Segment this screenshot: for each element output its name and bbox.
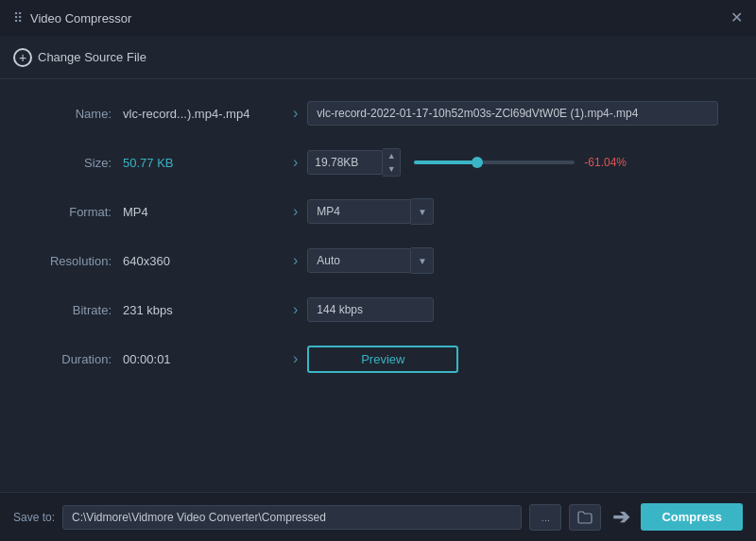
main-content: Name: vlc-record...).mp4-.mp4 › vlc-reco… — [0, 79, 756, 492]
name-source-value: vlc-record...).mp4-.mp4 — [123, 107, 284, 121]
save-path-input[interactable] — [62, 505, 522, 530]
window-title: Video Compressor — [30, 11, 131, 25]
size-slider-wrap: -61.04% — [414, 156, 718, 169]
duration-source-value: 00:00:01 — [123, 352, 284, 366]
duration-label: Duration: — [38, 352, 123, 366]
size-slider-fill — [414, 161, 476, 164]
name-row: Name: vlc-record...).mp4-.mp4 › vlc-reco… — [38, 98, 718, 128]
bitrate-source-value: 231 kbps — [123, 303, 284, 317]
resolution-row: Resolution: 640x360 › Auto ▼ — [38, 245, 718, 276]
format-arrow-icon: › — [293, 203, 298, 220]
format-dropdown-button[interactable]: ▼ — [411, 198, 434, 225]
preview-button[interactable]: Preview — [307, 346, 458, 373]
resolution-dropdown-value[interactable]: Auto — [307, 248, 411, 273]
resolution-dropdown-wrap: Auto ▼ — [307, 247, 434, 274]
format-dropdown-value[interactable]: MP4 — [307, 199, 411, 224]
save-to-label: Save to: — [13, 511, 55, 524]
size-input[interactable] — [307, 150, 383, 175]
resolution-arrow-icon: › — [293, 252, 298, 269]
size-down-button[interactable]: ▼ — [383, 162, 400, 176]
name-arrow-icon: › — [293, 105, 298, 122]
size-slider-thumb[interactable] — [472, 157, 483, 168]
plus-circle-icon: + — [13, 48, 32, 67]
bitrate-arrow-icon: › — [293, 301, 298, 318]
size-slider-percent: -61.04% — [584, 156, 627, 169]
duration-row: Duration: 00:00:01 › Preview — [38, 344, 718, 374]
bitrate-label: Bitrate: — [38, 303, 123, 317]
size-arrow-icon: › — [293, 154, 298, 171]
open-folder-button[interactable] — [569, 504, 601, 531]
bitrate-row: Bitrate: 231 kbps › — [38, 295, 718, 325]
close-button[interactable]: ✕ — [730, 10, 743, 25]
size-source-value: 50.77 KB — [123, 156, 284, 170]
duration-arrow-icon: › — [293, 350, 298, 367]
compress-button[interactable]: Compress — [641, 503, 743, 531]
format-dropdown-wrap: MP4 ▼ — [307, 198, 434, 225]
toolbar: + Change Source File — [0, 36, 756, 79]
size-input-wrap: ▲ ▼ — [307, 148, 401, 177]
resolution-source-value: 640x360 — [123, 254, 284, 268]
forward-arrow-icon: ➔ — [612, 505, 629, 530]
resolution-label: Resolution: — [38, 254, 123, 268]
format-label: Format: — [38, 205, 123, 219]
browse-button[interactable]: ... — [529, 504, 561, 531]
title-bar: ⠿ Video Compressor ✕ — [0, 0, 756, 36]
size-slider-track[interactable] — [414, 161, 575, 164]
drag-icon: ⠿ — [13, 10, 23, 25]
size-label: Size: — [38, 156, 123, 170]
format-source-value: MP4 — [123, 205, 284, 219]
size-spinner: ▲ ▼ — [383, 148, 401, 177]
size-up-button[interactable]: ▲ — [383, 149, 400, 162]
name-target-value: vlc-record-2022-01-17-10h52m03s-ZCl69dVt… — [307, 101, 718, 126]
format-row: Format: MP4 › MP4 ▼ — [38, 196, 718, 227]
bitrate-input[interactable] — [307, 297, 434, 322]
change-source-button[interactable]: + Change Source File — [13, 48, 146, 67]
change-source-label: Change Source File — [38, 50, 146, 64]
footer: Save to: ... ➔ Compress — [0, 492, 756, 541]
name-label: Name: — [38, 107, 123, 121]
folder-icon — [577, 511, 593, 524]
size-row: Size: 50.77 KB › ▲ ▼ -61.04% — [38, 147, 718, 178]
resolution-dropdown-button[interactable]: ▼ — [411, 247, 434, 274]
